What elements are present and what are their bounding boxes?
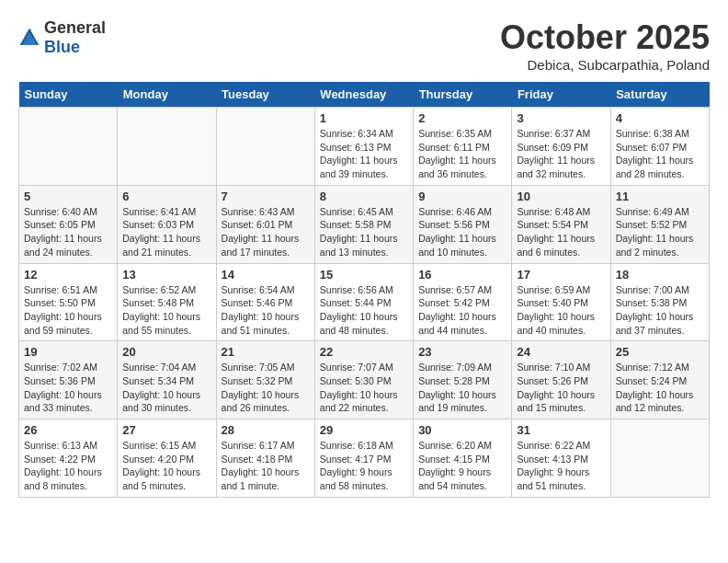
day-info: Sunrise: 6:57 AM Sunset: 5:42 PM Dayligh… xyxy=(418,283,506,338)
day-info: Sunrise: 6:34 AM Sunset: 6:13 PM Dayligh… xyxy=(320,127,408,181)
page-header: General Blue October 2025 Debica, Subcar… xyxy=(18,18,710,73)
calendar-cell: 9Sunrise: 6:46 AM Sunset: 5:56 PM Daylig… xyxy=(414,185,512,263)
day-info: Sunrise: 7:05 AM Sunset: 5:32 PM Dayligh… xyxy=(222,361,310,415)
day-number: 24 xyxy=(517,345,605,359)
day-info: Sunrise: 6:52 AM Sunset: 5:48 PM Dayligh… xyxy=(122,283,210,338)
calendar-week-row: 1Sunrise: 6:34 AM Sunset: 6:13 PM Daylig… xyxy=(19,108,710,186)
calendar-cell xyxy=(19,108,118,186)
calendar-cell: 20Sunrise: 7:04 AM Sunset: 5:34 PM Dayli… xyxy=(118,341,216,419)
calendar-week-row: 19Sunrise: 7:02 AM Sunset: 5:36 PM Dayli… xyxy=(19,341,710,419)
day-of-week-header: Monday xyxy=(118,82,216,108)
day-of-week-header: Saturday xyxy=(610,82,709,108)
day-of-week-header: Wednesday xyxy=(314,82,413,108)
day-info: Sunrise: 6:59 AM Sunset: 5:40 PM Dayligh… xyxy=(517,283,605,338)
calendar-cell xyxy=(216,108,314,186)
day-number: 11 xyxy=(616,190,704,203)
day-info: Sunrise: 6:49 AM Sunset: 5:52 PM Dayligh… xyxy=(616,205,704,259)
day-number: 10 xyxy=(517,190,605,203)
calendar-cell: 11Sunrise: 6:49 AM Sunset: 5:52 PM Dayli… xyxy=(610,185,709,263)
day-info: Sunrise: 6:15 AM Sunset: 4:20 PM Dayligh… xyxy=(122,439,210,493)
calendar-cell: 16Sunrise: 6:57 AM Sunset: 5:42 PM Dayli… xyxy=(414,263,512,341)
day-number: 13 xyxy=(122,268,210,282)
calendar-cell: 24Sunrise: 7:10 AM Sunset: 5:26 PM Dayli… xyxy=(512,341,610,419)
day-info: Sunrise: 6:37 AM Sunset: 6:09 PM Dayligh… xyxy=(517,127,605,181)
calendar-cell: 6Sunrise: 6:41 AM Sunset: 6:03 PM Daylig… xyxy=(118,185,216,263)
day-of-week-header: Friday xyxy=(512,82,610,108)
calendar-cell: 8Sunrise: 6:45 AM Sunset: 5:58 PM Daylig… xyxy=(314,185,413,263)
calendar-cell: 25Sunrise: 7:12 AM Sunset: 5:24 PM Dayli… xyxy=(610,341,709,419)
calendar-cell: 1Sunrise: 6:34 AM Sunset: 6:13 PM Daylig… xyxy=(314,108,413,186)
day-number: 9 xyxy=(418,190,506,203)
calendar-cell: 13Sunrise: 6:52 AM Sunset: 5:48 PM Dayli… xyxy=(118,263,216,341)
calendar-cell: 29Sunrise: 6:18 AM Sunset: 4:17 PM Dayli… xyxy=(314,419,413,498)
day-info: Sunrise: 7:10 AM Sunset: 5:26 PM Dayligh… xyxy=(517,361,605,415)
location-subtitle: Debica, Subcarpathia, Poland xyxy=(500,57,710,73)
day-number: 3 xyxy=(517,111,605,125)
day-number: 19 xyxy=(24,345,112,359)
day-number: 15 xyxy=(320,268,408,282)
calendar-cell: 28Sunrise: 6:17 AM Sunset: 4:18 PM Dayli… xyxy=(216,419,314,498)
calendar-cell: 2Sunrise: 6:35 AM Sunset: 6:11 PM Daylig… xyxy=(414,108,512,186)
day-number: 22 xyxy=(320,345,408,359)
day-info: Sunrise: 6:56 AM Sunset: 5:44 PM Dayligh… xyxy=(320,283,408,338)
days-header-row: SundayMondayTuesdayWednesdayThursdayFrid… xyxy=(19,82,710,108)
day-of-week-header: Sunday xyxy=(19,82,118,108)
day-info: Sunrise: 6:45 AM Sunset: 5:58 PM Dayligh… xyxy=(320,205,408,259)
day-number: 29 xyxy=(320,423,408,437)
day-number: 25 xyxy=(616,345,704,359)
calendar-week-row: 26Sunrise: 6:13 AM Sunset: 4:22 PM Dayli… xyxy=(19,419,710,498)
calendar-cell xyxy=(610,419,709,498)
day-info: Sunrise: 6:41 AM Sunset: 6:03 PM Dayligh… xyxy=(122,205,210,259)
day-info: Sunrise: 7:07 AM Sunset: 5:30 PM Dayligh… xyxy=(320,361,408,415)
day-info: Sunrise: 6:20 AM Sunset: 4:15 PM Dayligh… xyxy=(418,439,506,493)
day-number: 12 xyxy=(24,268,112,282)
day-number: 27 xyxy=(122,423,210,437)
calendar-cell: 12Sunrise: 6:51 AM Sunset: 5:50 PM Dayli… xyxy=(19,263,118,341)
day-info: Sunrise: 6:40 AM Sunset: 6:05 PM Dayligh… xyxy=(24,205,112,259)
calendar-cell: 5Sunrise: 6:40 AM Sunset: 6:05 PM Daylig… xyxy=(19,185,118,263)
calendar-cell: 17Sunrise: 6:59 AM Sunset: 5:40 PM Dayli… xyxy=(512,263,610,341)
day-number: 31 xyxy=(517,423,605,437)
day-info: Sunrise: 7:09 AM Sunset: 5:28 PM Dayligh… xyxy=(418,361,506,415)
calendar-cell: 31Sunrise: 6:22 AM Sunset: 4:13 PM Dayli… xyxy=(512,419,610,498)
day-info: Sunrise: 6:35 AM Sunset: 6:11 PM Dayligh… xyxy=(418,127,506,181)
calendar-cell: 23Sunrise: 7:09 AM Sunset: 5:28 PM Dayli… xyxy=(414,341,512,419)
day-info: Sunrise: 7:04 AM Sunset: 5:34 PM Dayligh… xyxy=(122,361,210,415)
day-info: Sunrise: 7:02 AM Sunset: 5:36 PM Dayligh… xyxy=(24,361,112,415)
day-number: 5 xyxy=(24,190,112,203)
day-info: Sunrise: 6:51 AM Sunset: 5:50 PM Dayligh… xyxy=(24,283,112,338)
title-block: October 2025 Debica, Subcarpathia, Polan… xyxy=(500,18,710,73)
calendar-cell: 7Sunrise: 6:43 AM Sunset: 6:01 PM Daylig… xyxy=(216,185,314,263)
calendar-cell: 10Sunrise: 6:48 AM Sunset: 5:54 PM Dayli… xyxy=(512,185,610,263)
calendar-cell: 15Sunrise: 6:56 AM Sunset: 5:44 PM Dayli… xyxy=(314,263,413,341)
day-number: 6 xyxy=(122,190,210,203)
day-number: 18 xyxy=(616,268,704,282)
day-number: 14 xyxy=(222,268,310,282)
calendar-cell: 22Sunrise: 7:07 AM Sunset: 5:30 PM Dayli… xyxy=(314,341,413,419)
day-info: Sunrise: 6:13 AM Sunset: 4:22 PM Dayligh… xyxy=(24,439,112,493)
logo-text: General Blue xyxy=(44,18,106,57)
calendar-cell: 19Sunrise: 7:02 AM Sunset: 5:36 PM Dayli… xyxy=(19,341,118,419)
day-info: Sunrise: 7:00 AM Sunset: 5:38 PM Dayligh… xyxy=(616,283,704,338)
day-info: Sunrise: 6:46 AM Sunset: 5:56 PM Dayligh… xyxy=(418,205,506,259)
day-number: 17 xyxy=(517,268,605,282)
calendar-cell: 14Sunrise: 6:54 AM Sunset: 5:46 PM Dayli… xyxy=(216,263,314,341)
day-number: 16 xyxy=(418,268,506,282)
calendar-cell: 18Sunrise: 7:00 AM Sunset: 5:38 PM Dayli… xyxy=(610,263,709,341)
calendar-week-row: 12Sunrise: 6:51 AM Sunset: 5:50 PM Dayli… xyxy=(19,263,710,341)
day-of-week-header: Tuesday xyxy=(216,82,314,108)
logo-icon xyxy=(18,27,40,49)
calendar-cell xyxy=(118,108,216,186)
day-number: 26 xyxy=(24,423,112,437)
calendar-cell: 27Sunrise: 6:15 AM Sunset: 4:20 PM Dayli… xyxy=(118,419,216,498)
calendar-week-row: 5Sunrise: 6:40 AM Sunset: 6:05 PM Daylig… xyxy=(19,185,710,263)
day-number: 23 xyxy=(418,345,506,359)
day-number: 2 xyxy=(418,111,506,125)
day-number: 21 xyxy=(222,345,310,359)
day-number: 28 xyxy=(222,423,310,437)
calendar-cell: 4Sunrise: 6:38 AM Sunset: 6:07 PM Daylig… xyxy=(610,108,709,186)
calendar-cell: 30Sunrise: 6:20 AM Sunset: 4:15 PM Dayli… xyxy=(414,419,512,498)
day-info: Sunrise: 6:48 AM Sunset: 5:54 PM Dayligh… xyxy=(517,205,605,259)
calendar-cell: 21Sunrise: 7:05 AM Sunset: 5:32 PM Dayli… xyxy=(216,341,314,419)
day-of-week-header: Thursday xyxy=(414,82,512,108)
